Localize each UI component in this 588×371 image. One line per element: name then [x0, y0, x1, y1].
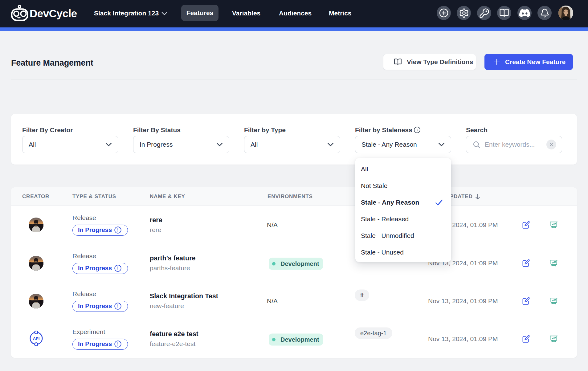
svg-text:API: API [33, 336, 40, 341]
